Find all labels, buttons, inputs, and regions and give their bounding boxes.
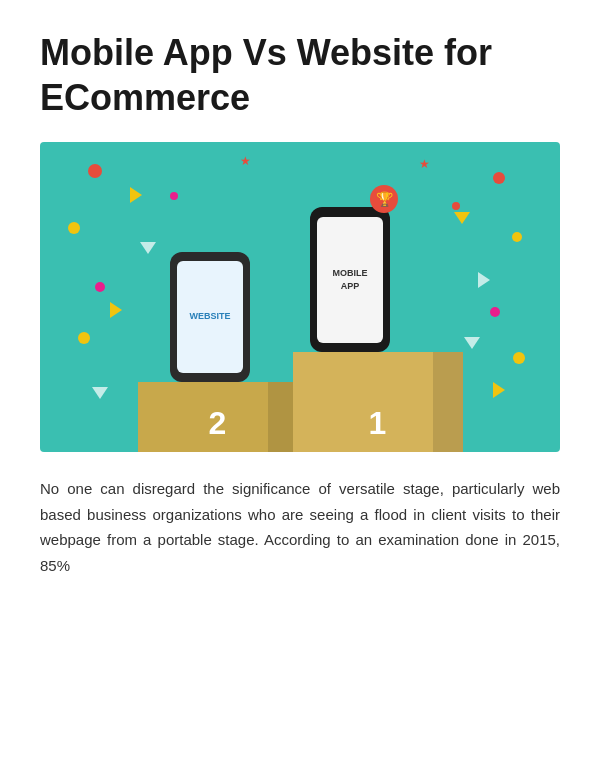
trophy-icon: 🏆 <box>370 185 398 213</box>
confetti-dot <box>452 202 460 210</box>
confetti-triangle <box>110 302 122 318</box>
confetti-dot <box>95 282 105 292</box>
confetti-star: ★ <box>419 157 430 171</box>
podium-1: 1 <box>293 352 463 452</box>
mobile-app-label: MOBILE APP <box>333 267 368 292</box>
confetti-dot <box>88 164 102 178</box>
confetti-star: ★ <box>240 154 251 168</box>
podium-container: 2 1 <box>40 352 560 452</box>
phone-website: WEBSITE <box>170 252 250 387</box>
podium-2: 2 <box>138 382 298 452</box>
confetti-triangle <box>454 212 470 224</box>
confetti-dot <box>68 222 80 234</box>
confetti-triangle <box>130 187 142 203</box>
confetti-triangle <box>140 242 156 254</box>
hero-image: ★ ★ 2 1 WEBSITE 🏆 MOBILE APP <box>40 142 560 452</box>
confetti-dot <box>170 192 178 200</box>
page-title: Mobile App Vs Website for ECommerce <box>40 30 560 120</box>
confetti-triangle <box>464 337 480 349</box>
confetti-dot <box>490 307 500 317</box>
phone-mobile-app: 🏆 MOBILE APP <box>310 207 390 357</box>
confetti-dot <box>493 172 505 184</box>
confetti-dot <box>78 332 90 344</box>
podium-1-number: 1 <box>293 405 463 442</box>
website-label: WEBSITE <box>189 311 230 323</box>
body-text: No one can disregard the significance of… <box>40 476 560 578</box>
podium-2-number: 2 <box>138 405 298 442</box>
confetti-dot <box>512 232 522 242</box>
confetti-triangle <box>478 272 490 288</box>
